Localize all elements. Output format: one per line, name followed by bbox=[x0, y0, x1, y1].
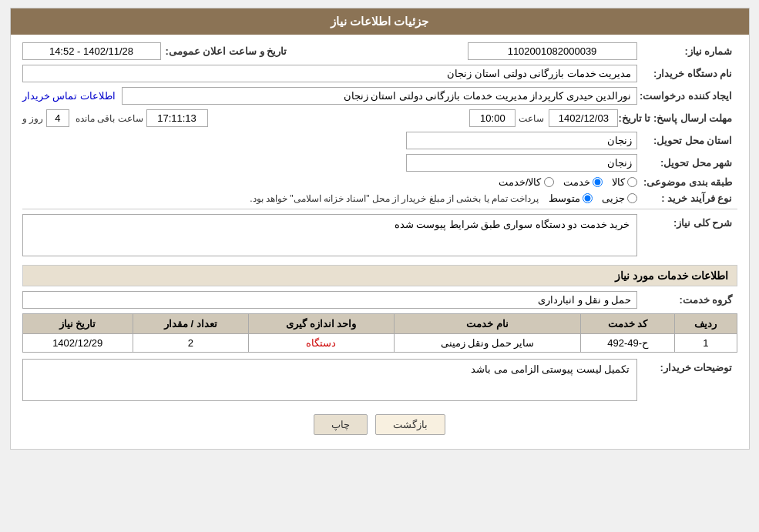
col-service-name: نام خدمت bbox=[394, 314, 580, 334]
deadline-remaining: 17:11:13 bbox=[146, 109, 208, 127]
cell-qty: 2 bbox=[133, 334, 248, 353]
category-radio-kala[interactable] bbox=[627, 177, 637, 187]
services-info-header: اطلاعات خدمات مورد نیاز bbox=[22, 265, 737, 286]
buyer-notes-row: توضیحات خریدار: bbox=[22, 359, 737, 403]
creator-link[interactable]: اطلاعات تماس خریدار bbox=[22, 90, 116, 102]
category-label-kala: کالا bbox=[612, 176, 625, 188]
deadline-row: مهلت ارسال پاسخ: تا تاریخ: 1402/12/03 سا… bbox=[22, 109, 737, 127]
print-button[interactable]: چاپ bbox=[314, 414, 368, 435]
date-announce-label: تاریخ و ساعت اعلان عمومی: bbox=[161, 45, 292, 57]
need-number-row: شماره نیاز: 1102001082000039 تاریخ و ساع… bbox=[22, 42, 737, 60]
purchase-radio-jozi[interactable] bbox=[627, 193, 637, 203]
category-option-kala-khedmat: کالا/خدمت bbox=[499, 176, 554, 188]
cell-unit: دستگاه bbox=[248, 334, 394, 353]
need-number-value: 1102001082000039 bbox=[468, 42, 637, 60]
purchase-option-motavaset: متوسط bbox=[549, 192, 593, 204]
buyer-notes-wrap bbox=[22, 359, 637, 403]
city-label: شهر محل تحویل: bbox=[637, 157, 737, 169]
creator-row: ایجاد کننده درخواست: نورالدین حیدری کارپ… bbox=[22, 87, 737, 105]
purchase-option-jozi: جزیی bbox=[602, 192, 637, 204]
province-label: استان محل تحویل: bbox=[637, 135, 737, 146]
col-unit: واحد اندازه گیری bbox=[248, 314, 394, 334]
col-service-code: کد خدمت bbox=[581, 314, 675, 334]
cell-row-num: 1 bbox=[675, 334, 737, 353]
purchase-radio-motavaset[interactable] bbox=[583, 193, 593, 203]
province-row: استان محل تحویل: زنجان bbox=[22, 132, 737, 149]
category-label-khedmat: خدمت bbox=[563, 176, 590, 188]
purchase-type-row: نوع فرآیند خرید : جزیی متوسط پرداخت تمام… bbox=[22, 192, 737, 204]
purchase-type-note: پرداخت تمام یا بخشی از مبلغ خریدار از مح… bbox=[250, 193, 539, 204]
content-area: شماره نیاز: 1102001082000039 تاریخ و ساع… bbox=[11, 35, 749, 449]
deadline-days: 4 bbox=[46, 109, 69, 127]
table-row: 1ح-49-492سایر حمل ونقل زمینیدستگاه21402/… bbox=[22, 334, 737, 353]
service-group-row: گروه خدمت: حمل و نقل و انبارداری bbox=[22, 291, 737, 309]
buyer-notes-label: توضیحات خریدار: bbox=[637, 359, 737, 373]
creator-value: نورالدین حیدری کارپرداز مدیریت خدمات باز… bbox=[122, 87, 637, 105]
need-desc-row: شرح کلی نیاز: bbox=[22, 214, 737, 259]
divider-1 bbox=[22, 209, 737, 209]
purchase-type-radio-group: جزیی متوسط bbox=[549, 192, 637, 204]
buyer-notes-textarea[interactable] bbox=[22, 359, 637, 401]
date-announce-value: 1402/11/28 - 14:52 bbox=[22, 42, 161, 60]
category-radio-group: کالا خدمت کالا/خدمت bbox=[499, 176, 637, 188]
page-title: جزئیات اطلاعات نیاز bbox=[331, 15, 428, 28]
city-value: زنجان bbox=[406, 154, 637, 172]
province-value: زنجان bbox=[406, 132, 637, 149]
service-group-value: حمل و نقل و انبارداری bbox=[22, 291, 637, 309]
services-table: ردیف کد خدمت نام خدمت واحد اندازه گیری ت… bbox=[22, 313, 737, 353]
need-desc-label: شرح کلی نیاز: bbox=[637, 214, 737, 229]
purchase-type-label: نوع فرآیند خرید : bbox=[637, 192, 737, 204]
cell-date: 1402/12/29 bbox=[22, 334, 133, 353]
purchase-label-motavaset: متوسط bbox=[549, 192, 580, 204]
buyer-org-label: نام دستگاه خریدار: bbox=[637, 68, 737, 79]
category-option-khedmat: خدمت bbox=[563, 176, 603, 188]
need-number-label: شماره نیاز: bbox=[637, 45, 737, 57]
category-radio-kala-khedmat[interactable] bbox=[544, 177, 554, 187]
cell-service-name: سایر حمل ونقل زمینی bbox=[394, 334, 580, 353]
category-label-kala-khedmat: کالا/خدمت bbox=[499, 176, 542, 188]
cell-service-code: ح-49-492 bbox=[581, 334, 675, 353]
category-label: طبقه بندی موضوعی: bbox=[637, 176, 737, 188]
col-row-num: ردیف bbox=[675, 314, 737, 334]
deadline-time-label: ساعت bbox=[519, 113, 544, 124]
col-qty: تعداد / مقدار bbox=[133, 314, 248, 334]
deadline-time: 10:00 bbox=[469, 109, 516, 127]
creator-label: ایجاد کننده درخواست: bbox=[637, 90, 737, 102]
buyer-org-row: نام دستگاه خریدار: مدیریت خدمات بازرگانی… bbox=[22, 65, 737, 82]
service-group-label: گروه خدمت: bbox=[637, 294, 737, 306]
city-row: شهر محل تحویل: زنجان bbox=[22, 154, 737, 172]
col-date: تاریخ نیاز bbox=[22, 314, 133, 334]
buyer-org-value: مدیریت خدمات بازرگانی دولتی استان زنجان bbox=[22, 65, 637, 82]
need-desc-wrap bbox=[22, 214, 637, 259]
deadline-remaining-label: ساعت باقی مانده bbox=[76, 113, 143, 124]
need-desc-textarea[interactable] bbox=[22, 214, 637, 256]
category-radio-khedmat[interactable] bbox=[593, 177, 603, 187]
page-header: جزئیات اطلاعات نیاز bbox=[11, 8, 749, 35]
buttons-row: بازگشت چاپ bbox=[22, 414, 737, 435]
page-container: جزئیات اطلاعات نیاز شماره نیاز: 11020010… bbox=[10, 8, 750, 450]
category-row: طبقه بندی موضوعی: کالا خدمت کالا/خدمت bbox=[22, 176, 737, 188]
category-option-kala: کالا bbox=[612, 176, 637, 188]
purchase-label-jozi: جزیی bbox=[602, 192, 625, 204]
deadline-label: مهلت ارسال پاسخ: تا تاریخ: bbox=[618, 112, 737, 124]
deadline-date: 1402/12/03 bbox=[549, 109, 618, 127]
back-button[interactable]: بازگشت bbox=[375, 414, 445, 435]
deadline-days-label: روز و bbox=[22, 113, 43, 124]
